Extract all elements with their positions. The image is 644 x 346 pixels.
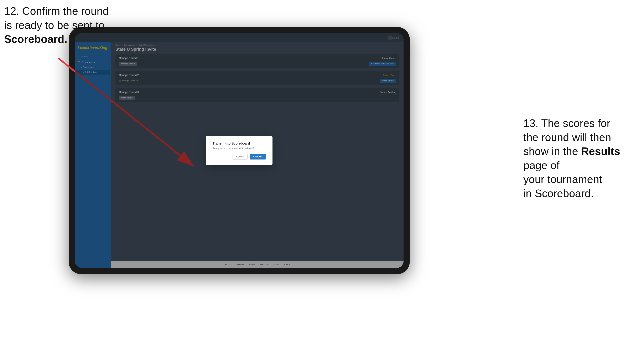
transmit-modal: Transmit to Scoreboard Ready to send thi… [206, 136, 272, 165]
tablet-frame: Sign In LeaderboardKing MAIN MENU 🏆 Tour… [69, 27, 410, 274]
tablet-screen: Sign In LeaderboardKing MAIN MENU 🏆 Tour… [75, 33, 404, 268]
modal-actions: Cancel Confirm [212, 154, 266, 160]
modal-cancel-button[interactable]: Cancel [232, 154, 248, 160]
modal-title: Transmit to Scoreboard [212, 142, 266, 145]
annotation-right: 13. The scores for the round will then s… [523, 116, 640, 201]
modal-subtitle: Ready to send this round to Scoreboard? [212, 147, 266, 150]
modal-confirm-button[interactable]: Confirm [250, 154, 266, 160]
modal-overlay: Transmit to Scoreboard Ready to send thi… [75, 33, 404, 268]
